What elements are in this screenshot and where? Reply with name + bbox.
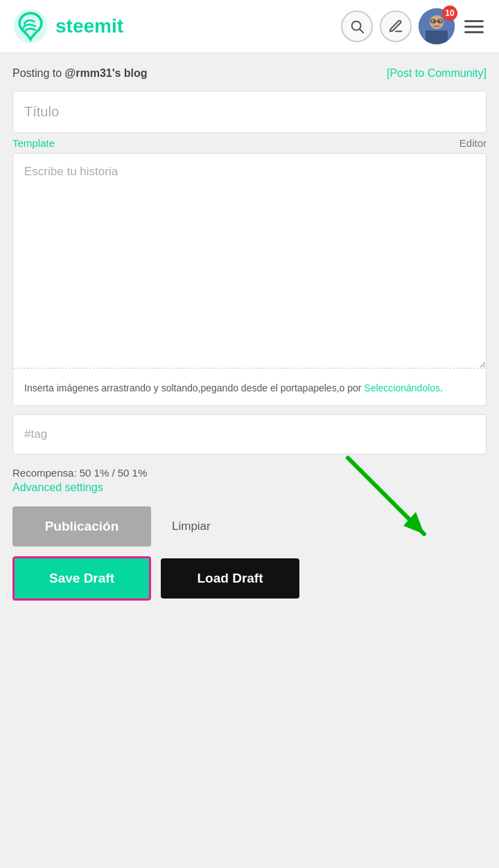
posting-username: @rmm31's blog (65, 67, 148, 79)
image-hint: Inserta imágenes arrastrando y soltando,… (13, 371, 486, 405)
logo-area: steemit (12, 8, 334, 44)
tag-input-wrap (12, 414, 487, 454)
image-hint-after: . (440, 382, 443, 393)
publicacion-button[interactable]: Publicación (12, 506, 151, 547)
notification-badge: 10 (442, 6, 457, 21)
editor-label: Editor (459, 137, 487, 149)
template-link[interactable]: Template (12, 137, 55, 149)
hamburger-line-1 (464, 20, 484, 22)
svg-rect-6 (426, 30, 448, 44)
header: steemit (0, 0, 499, 53)
posting-text: Posting to @rmm31's blog (12, 67, 148, 80)
search-icon (349, 19, 365, 34)
svg-line-2 (360, 29, 363, 33)
btn-row-1: Publicación Limpiar (12, 506, 487, 547)
hamburger-menu-button[interactable] (462, 17, 487, 36)
save-draft-button[interactable]: Save Draft (12, 556, 151, 601)
seleccionar-link[interactable]: Seleccionándolos (364, 382, 440, 393)
btn-row-2: Save Draft Load Draft (12, 556, 487, 601)
template-editor-row: Template Editor (12, 137, 487, 149)
buttons-section: Publicación Limpiar Save Draft Load Draf… (12, 506, 487, 601)
image-hint-before: Inserta imágenes arrastrando y soltando,… (24, 382, 364, 393)
reward-section: Recompensa: 50 1% / 50 1% Advanced setti… (12, 467, 487, 494)
reward-text: Recompensa: 50 1% / 50 1% (12, 467, 487, 479)
title-input[interactable] (12, 91, 487, 133)
main-content: Posting to @rmm31's blog [Post to Commun… (0, 53, 499, 614)
tag-input[interactable] (12, 414, 487, 454)
hamburger-line-2 (464, 26, 484, 28)
header-actions: 10 (341, 8, 487, 44)
advanced-settings-link[interactable]: Advanced settings (12, 481, 103, 493)
hamburger-line-3 (464, 31, 484, 33)
story-textarea[interactable] (13, 154, 486, 369)
edit-icon (388, 19, 403, 34)
search-button[interactable] (341, 10, 373, 42)
post-to-community-link[interactable]: [Post to Community] (387, 67, 487, 80)
posting-line: Posting to @rmm31's blog [Post to Commun… (12, 67, 487, 80)
steemit-logo-icon (12, 8, 49, 44)
edit-button[interactable] (380, 10, 412, 42)
limpiar-button[interactable]: Limpiar (165, 513, 218, 540)
story-area-wrap: Inserta imágenes arrastrando y soltando,… (12, 153, 487, 406)
posting-prefix: Posting to (12, 67, 65, 79)
load-draft-button[interactable]: Load Draft (161, 558, 299, 599)
avatar[interactable]: 10 (419, 8, 455, 44)
logo-text: steemit (55, 15, 123, 37)
